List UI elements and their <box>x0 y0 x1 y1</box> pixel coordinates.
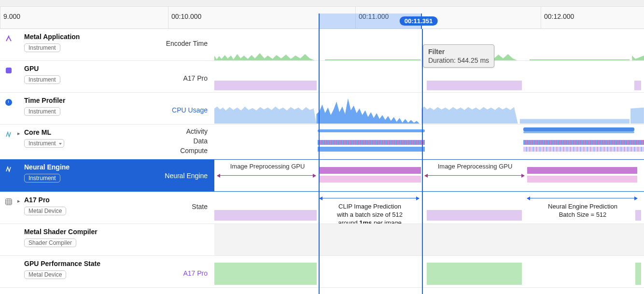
coreml-icon <box>5 131 12 138</box>
track-title: A17 Pro <box>24 196 209 204</box>
track-sublabel: Neural Engine <box>165 172 208 180</box>
track-title: GPU <box>24 65 209 72</box>
track-sublabel: A17 Pro <box>183 74 208 82</box>
metal-device-badge[interactable]: Metal Device <box>24 270 66 279</box>
instrument-badge[interactable]: Instrument <box>24 107 60 116</box>
timeline-tick: 00:10.000 <box>168 7 201 29</box>
track-graph[interactable] <box>214 224 644 255</box>
instrument-badge[interactable]: Instrument <box>24 43 60 52</box>
selection-start-line[interactable] <box>319 29 320 294</box>
timeline-tick: 9.000 <box>0 7 20 29</box>
instrument-badge[interactable]: Instrument <box>24 139 64 148</box>
annotation: Image Preprocessing GPU <box>224 163 311 171</box>
track-shader-compiler[interactable]: ▸ Metal Shader Compiler Shader Compiler <box>0 224 644 256</box>
disclosure-icon[interactable]: ▸ <box>15 198 22 204</box>
track-gpu[interactable]: ▸ GPU Instrument A17 Pro <box>0 61 644 93</box>
annotation: CLIP Image Prediction with a batch size … <box>322 203 418 224</box>
current-time-pill: 00:11.351 <box>400 16 438 26</box>
track-graph[interactable]: Image Preprocessing GPU Image Preprocess… <box>214 159 644 192</box>
instrument-badge[interactable]: Instrument <box>24 174 60 182</box>
track-title: Metal Shader Compiler <box>24 228 209 236</box>
track-metal-application[interactable]: ▸ Metal Application Instrument Encoder T… <box>0 29 644 61</box>
track-sublabel: A17 Pro <box>183 269 208 277</box>
metal-icon <box>5 35 12 42</box>
disclosure-icon[interactable]: ▸ <box>15 130 22 137</box>
track-sublabel: CPU Usage <box>172 106 208 114</box>
track-sublabel: Encoder Time <box>166 40 208 47</box>
neural-engine-icon <box>5 166 12 172</box>
track-neural-engine[interactable]: ▸ Neural Engine Instrument Neural Engine… <box>0 159 644 192</box>
track-graph[interactable]: CLIP Image Prediction with a batch size … <box>214 192 644 224</box>
track-title: GPU Performance State <box>24 260 209 267</box>
grid-icon <box>5 198 12 205</box>
tooltip-title: Filter <box>428 48 489 56</box>
shader-compiler-badge[interactable]: Shader Compiler <box>24 238 76 247</box>
track-gpu-performance-state[interactable]: ▸ GPU Performance State Metal Device A17… <box>0 256 644 288</box>
track-title: Core ML <box>24 128 209 136</box>
chip-icon <box>6 68 12 73</box>
track-graph[interactable] <box>214 125 644 159</box>
track-sublabel: Compute <box>180 147 208 154</box>
track-graph[interactable] <box>214 93 644 124</box>
track-sublabel: State <box>192 203 208 210</box>
track-sublabel: Data <box>193 137 208 145</box>
track-time-profiler[interactable]: ▸ Time Profiler Instrument CPU Usage <box>0 93 644 125</box>
instrument-badge[interactable]: Instrument <box>24 75 60 84</box>
annotation: Neural Engine Prediction Batch Size = 51… <box>531 203 634 219</box>
tooltip-subtitle: Duration: 544.25 ms <box>428 56 489 64</box>
track-graph[interactable] <box>214 256 644 287</box>
track-a17-pro[interactable]: ▸ A17 Pro Metal Device State CLIP Image … <box>0 192 644 224</box>
annotation: Image Preprocessing GPU <box>432 163 518 171</box>
metal-device-badge[interactable]: Metal Device <box>24 207 66 215</box>
track-core-ml[interactable]: ▸ Core ML Instrument Activity Data Compu… <box>0 125 644 159</box>
timeline-ruler[interactable]: 9.000 00:10.000 00:11.000 00:12.000 00:1… <box>0 0 644 29</box>
selection-tooltip: Filter Duration: 544.25 ms <box>423 44 494 68</box>
svg-rect-0 <box>6 199 12 205</box>
track-sublabel: Activity <box>186 127 208 135</box>
timeline-tick: 00:12.000 <box>541 7 574 29</box>
track-title: Neural Engine <box>24 163 209 171</box>
clock-icon <box>5 99 12 106</box>
selection-end-line[interactable] <box>422 29 423 294</box>
track-title: Time Profiler <box>24 97 209 104</box>
